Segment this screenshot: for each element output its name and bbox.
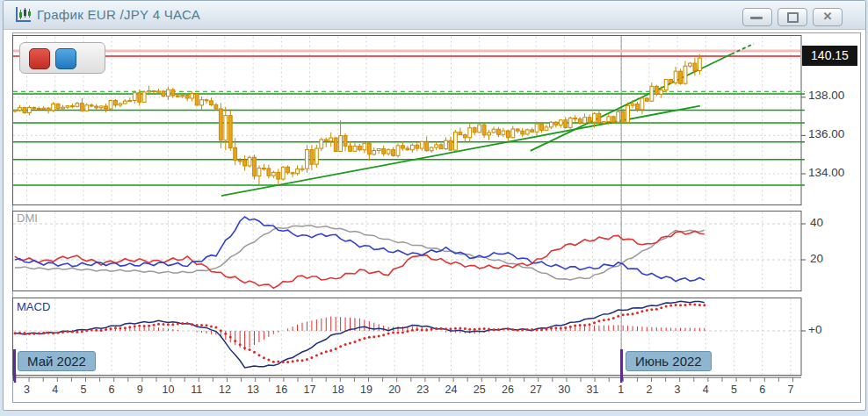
x-axis-label: 13	[239, 384, 267, 396]
month-badge-may: Май 2022	[18, 351, 96, 371]
x-axis-label: 4	[691, 384, 720, 396]
x-axis-label: 19	[352, 384, 380, 396]
blue-tool-button[interactable]	[55, 48, 76, 69]
x-axis-label: 6	[98, 384, 126, 396]
x-axis-label: 30	[550, 384, 578, 396]
x-axis-label: 12	[211, 384, 239, 396]
x-axis-label: 2	[635, 384, 663, 396]
x-axis-label: 23	[409, 384, 437, 396]
x-axis-label: 5	[720, 384, 749, 396]
dmi-indicator-label: DMI	[17, 212, 38, 225]
dmi-tick-20: 20	[810, 252, 823, 265]
x-axis-label: 24	[438, 384, 466, 396]
current-price-badge: 140.15	[802, 46, 857, 66]
x-axis-label: 3	[663, 384, 691, 396]
price-tick-134: 134.00	[808, 166, 844, 179]
x-axis-label: 3	[13, 384, 41, 396]
x-axis-label: 5	[69, 384, 98, 396]
chart-mini-toolbar	[19, 42, 105, 74]
x-axis-label: 7	[777, 384, 805, 396]
macd-indicator-label: MACD	[17, 300, 50, 313]
x-axis-label: 27	[522, 384, 550, 396]
may-month-marker	[13, 349, 16, 381]
x-axis-label: 9	[126, 384, 154, 396]
x-axis-label: 16	[267, 384, 295, 396]
price-tick-138: 138.00	[808, 89, 844, 102]
june-month-marker	[620, 349, 623, 381]
x-axis-label: 17	[296, 384, 324, 396]
month-badge-june: Июнь 2022	[626, 351, 712, 371]
x-axis-label: 11	[183, 384, 211, 396]
x-axis-label: 25	[466, 384, 494, 396]
x-axis-label: 1	[607, 384, 635, 396]
x-axis-label: 20	[380, 384, 409, 396]
x-axis-label: 10	[155, 384, 183, 396]
x-axis-label: 6	[749, 384, 777, 396]
chart-canvas[interactable]	[0, 0, 868, 416]
price-tick-136: 136.00	[808, 127, 844, 140]
x-axis-label: 4	[41, 384, 69, 396]
dmi-tick-40: 40	[810, 216, 823, 229]
x-axis-label: 18	[324, 384, 352, 396]
x-axis-label: 31	[579, 384, 607, 396]
x-axis-label: 26	[494, 384, 522, 396]
red-tool-button[interactable]	[29, 48, 50, 69]
macd-tick-0: +0	[808, 323, 821, 336]
